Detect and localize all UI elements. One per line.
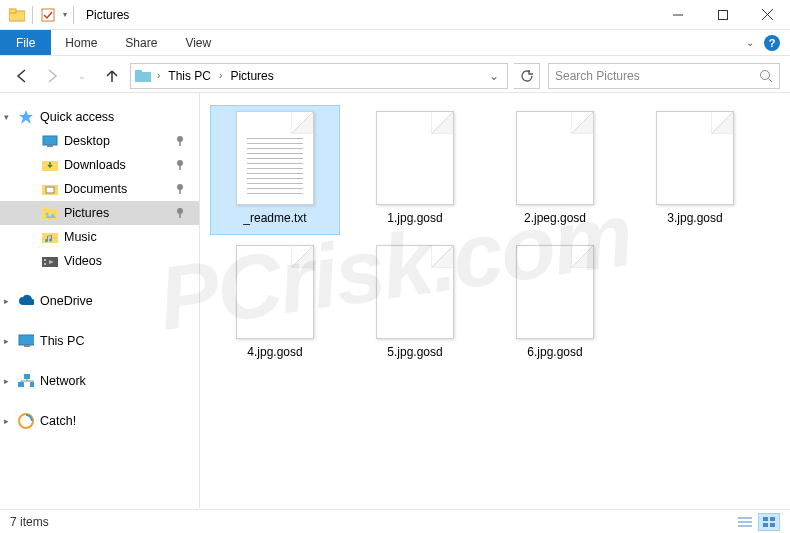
large-icons-view-button[interactable] bbox=[758, 513, 780, 531]
svg-rect-13 bbox=[47, 145, 53, 147]
search-icon[interactable] bbox=[759, 69, 773, 83]
sidebar-item-pictures[interactable]: Pictures bbox=[0, 201, 199, 225]
file-item[interactable]: 1.jpg.gosd bbox=[350, 105, 480, 235]
tab-home[interactable]: Home bbox=[51, 30, 111, 55]
sidebar-item-videos[interactable]: Videos bbox=[0, 249, 199, 273]
tab-view[interactable]: View bbox=[171, 30, 225, 55]
node-label: Desktop bbox=[64, 134, 110, 148]
search-input[interactable] bbox=[555, 69, 759, 83]
pin-icon bbox=[175, 135, 185, 147]
node-label: This PC bbox=[40, 334, 84, 348]
chevron-right-icon[interactable]: ▸ bbox=[4, 416, 9, 426]
folder-icon bbox=[42, 205, 58, 221]
close-button[interactable] bbox=[745, 0, 790, 30]
svg-rect-1 bbox=[9, 9, 16, 13]
chevron-right-icon[interactable]: › bbox=[215, 70, 226, 81]
file-thumb-icon bbox=[236, 245, 314, 339]
ribbon: File Home Share View ⌄ ? bbox=[0, 30, 790, 56]
svg-point-9 bbox=[761, 70, 770, 79]
picture-folder-icon bbox=[135, 68, 151, 84]
separator bbox=[32, 6, 33, 24]
sidebar-item-downloads[interactable]: Downloads bbox=[0, 153, 199, 177]
file-list[interactable]: _readme.txt1.jpg.gosd2.jpeg.gosd3.jpg.go… bbox=[200, 93, 790, 508]
svg-rect-34 bbox=[24, 345, 30, 347]
file-thumb-icon bbox=[516, 245, 594, 339]
node-label: Pictures bbox=[64, 206, 109, 220]
sidebar-item-documents[interactable]: Documents bbox=[0, 177, 199, 201]
file-thumb-icon bbox=[236, 111, 314, 205]
tab-share[interactable]: Share bbox=[111, 30, 171, 55]
chevron-down-icon[interactable]: ▾ bbox=[4, 112, 9, 122]
navigation-pane: ▾ Quick access DesktopDownloadsDocuments… bbox=[0, 93, 200, 508]
chevron-right-icon[interactable]: ▸ bbox=[4, 376, 9, 386]
file-item[interactable]: 5.jpg.gosd bbox=[350, 239, 480, 369]
ribbon-expand-icon[interactable]: ⌄ bbox=[746, 37, 754, 48]
svg-rect-4 bbox=[718, 10, 727, 19]
file-menu[interactable]: File bbox=[0, 30, 51, 55]
item-count: 7 items bbox=[10, 515, 49, 529]
separator bbox=[73, 6, 74, 24]
svg-rect-44 bbox=[763, 523, 768, 527]
chevron-right-icon[interactable]: › bbox=[153, 70, 164, 81]
breadcrumb-dropdown-icon[interactable]: ⌄ bbox=[485, 69, 503, 83]
pin-icon bbox=[175, 207, 185, 219]
svg-rect-42 bbox=[763, 517, 768, 521]
minimize-button[interactable] bbox=[655, 0, 700, 30]
pin-icon bbox=[175, 183, 185, 195]
title-bar: ▾ Pictures bbox=[0, 0, 790, 30]
chevron-right-icon[interactable]: ▸ bbox=[4, 336, 9, 346]
sidebar-item-music[interactable]: Music bbox=[0, 225, 199, 249]
search-box[interactable] bbox=[548, 63, 780, 89]
file-name: 5.jpg.gosd bbox=[387, 345, 442, 359]
folder-icon bbox=[42, 157, 58, 173]
file-item[interactable]: _readme.txt bbox=[210, 105, 340, 235]
file-name: 4.jpg.gosd bbox=[247, 345, 302, 359]
up-button[interactable] bbox=[100, 64, 124, 88]
recent-dropdown-icon[interactable]: ⌄ bbox=[70, 64, 94, 88]
file-item[interactable]: 2.jpeg.gosd bbox=[490, 105, 620, 235]
node-label: Network bbox=[40, 374, 86, 388]
svg-rect-33 bbox=[19, 335, 34, 345]
breadcrumb-item[interactable]: This PC bbox=[166, 69, 213, 83]
file-name: 1.jpg.gosd bbox=[387, 211, 442, 225]
maximize-button[interactable] bbox=[700, 0, 745, 30]
file-name: 6.jpg.gosd bbox=[527, 345, 582, 359]
details-view-button[interactable] bbox=[734, 513, 756, 531]
svg-line-10 bbox=[769, 78, 773, 82]
node-label: Documents bbox=[64, 182, 127, 196]
refresh-button[interactable] bbox=[514, 63, 540, 89]
svg-marker-11 bbox=[19, 110, 33, 124]
svg-rect-30 bbox=[44, 259, 46, 261]
node-label: Music bbox=[64, 230, 97, 244]
address-bar-row: ⌄ › This PC › Pictures ⌄ bbox=[0, 59, 790, 93]
chevron-right-icon[interactable]: ▸ bbox=[4, 296, 9, 306]
svg-line-5 bbox=[762, 9, 773, 20]
sidebar-item-network[interactable]: ▸Network bbox=[0, 369, 199, 393]
pc-icon bbox=[18, 333, 34, 349]
properties-qat-icon[interactable] bbox=[39, 6, 57, 24]
folder-icon bbox=[42, 181, 58, 197]
sidebar-item-onedrive[interactable]: ▸OneDrive bbox=[0, 289, 199, 313]
sidebar-item-desktop[interactable]: Desktop bbox=[0, 129, 199, 153]
explorer-icon bbox=[8, 6, 26, 24]
breadcrumb[interactable]: › This PC › Pictures ⌄ bbox=[130, 63, 508, 89]
node-label: Videos bbox=[64, 254, 102, 268]
node-label: Quick access bbox=[40, 110, 114, 124]
back-button[interactable] bbox=[10, 64, 34, 88]
forward-button[interactable] bbox=[40, 64, 64, 88]
file-item[interactable]: 4.jpg.gosd bbox=[210, 239, 340, 369]
quick-access-node[interactable]: ▾ Quick access bbox=[0, 105, 199, 129]
qat-dropdown-icon[interactable]: ▾ bbox=[63, 10, 67, 19]
svg-rect-36 bbox=[30, 382, 34, 387]
star-icon bbox=[18, 109, 34, 125]
help-icon[interactable]: ? bbox=[764, 35, 780, 51]
sidebar-item-catch-[interactable]: ▸Catch! bbox=[0, 409, 199, 433]
file-item[interactable]: 3.jpg.gosd bbox=[630, 105, 760, 235]
sidebar-item-this-pc[interactable]: ▸This PC bbox=[0, 329, 199, 353]
file-name: 3.jpg.gosd bbox=[667, 211, 722, 225]
network-icon bbox=[18, 373, 34, 389]
breadcrumb-item[interactable]: Pictures bbox=[228, 69, 275, 83]
svg-rect-28 bbox=[42, 233, 58, 243]
file-item[interactable]: 6.jpg.gosd bbox=[490, 239, 620, 369]
svg-rect-37 bbox=[24, 374, 30, 379]
